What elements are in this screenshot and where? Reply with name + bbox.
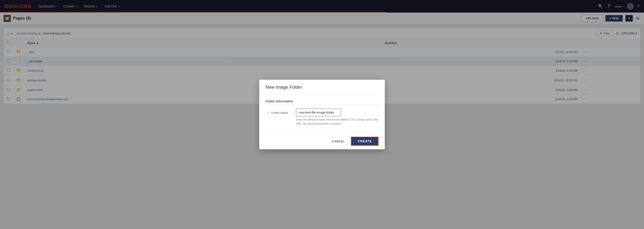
- modal-footer: CANCEL CREATE: [259, 133, 385, 149]
- cancel-button[interactable]: CANCEL: [328, 138, 348, 145]
- modal-overlay: New Image Folder Folder Information → Fo…: [0, 0, 644, 229]
- folder-name-input-wrapper: Enter the directory name that will be vi…: [296, 109, 378, 126]
- folder-name-row: → Folder Name Enter the directory name t…: [266, 109, 378, 126]
- new-image-folder-modal: New Image Folder Folder Information → Fo…: [259, 80, 385, 149]
- section-label: Folder Information: [266, 99, 378, 105]
- folder-name-hint: Enter the directory name that will be vi…: [296, 118, 378, 126]
- folder-name-input[interactable]: [296, 109, 341, 116]
- modal-body: Folder Information → Folder Name Enter t…: [259, 94, 385, 133]
- arrow-indicator-icon: →: [266, 110, 270, 115]
- folder-name-label: Folder Name: [271, 111, 288, 115]
- create-button[interactable]: CREATE: [351, 137, 378, 146]
- folder-name-label-group: → Folder Name: [266, 109, 292, 115]
- modal-title: New Image Folder: [259, 80, 385, 94]
